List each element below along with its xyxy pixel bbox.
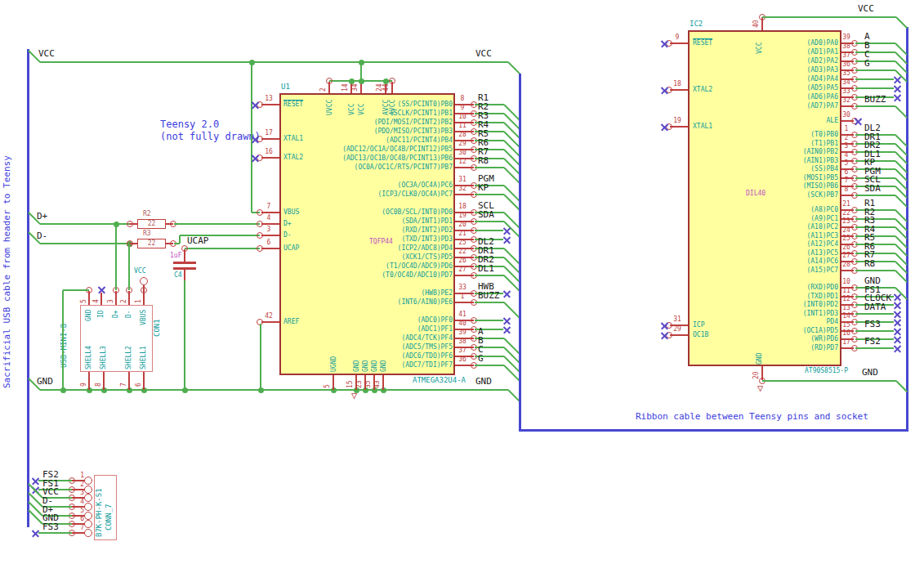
pin-number: 34 [352, 83, 359, 92]
pin-name: (MOSI)PB5 [688, 175, 838, 181]
net-label: DL1 [478, 264, 494, 273]
pin-number: 20 [753, 371, 760, 379]
pin-stub [670, 126, 688, 128]
teensy-note-line2: (not fully drawn) [160, 132, 261, 141]
wire-h [185, 248, 260, 249]
no-connect-icon [661, 87, 668, 94]
net-label: SDA [478, 210, 494, 219]
pin-name: (ADC5/TMS)PF5 [283, 344, 453, 351]
connector-pin-circle [84, 512, 92, 520]
wire-h [855, 253, 895, 254]
wire-v [179, 235, 181, 244]
pin-stub [129, 243, 137, 244]
net-label: FS2 [864, 337, 881, 346]
no-connect-icon [894, 76, 901, 83]
pin-name: (INT1)PD3 [688, 311, 838, 317]
pin-name: D+ [113, 310, 119, 318]
net-label: BUZZ [478, 291, 500, 300]
wire-h [855, 244, 895, 245]
net-label-gnd: GND [37, 377, 53, 386]
pin-number: 28 [838, 262, 855, 268]
pin-number: 3 [838, 143, 855, 150]
wire-h [475, 194, 504, 195]
pin-number: 9 [81, 383, 87, 387]
ribbon-note: Ribbon cable between Teensy pins and soc… [636, 412, 868, 421]
pin-name: (ICP3/CLK0/OC4A)PC7 [283, 191, 453, 198]
pin-number: 3 [74, 490, 84, 496]
pin-name: (AD6)PA6 [688, 94, 838, 101]
no-connect-icon [252, 154, 259, 162]
pin-stub [128, 372, 130, 390]
no-connect-icon [894, 311, 901, 318]
pin-stub [129, 223, 137, 225]
pin-number: 6 [136, 383, 142, 387]
pin-name: (T1)PB1 [688, 141, 838, 147]
wire-h [63, 289, 89, 291]
junction-dot [383, 78, 389, 84]
pin-number: 6 [74, 516, 84, 522]
no-connect-icon [855, 118, 862, 125]
pin-number: 39 [838, 34, 855, 41]
pin-ring [389, 78, 395, 84]
net-label: R8 [478, 156, 489, 165]
pin-name: (TXD/INT3)PD3 [283, 236, 453, 243]
wire-diagonal [503, 131, 520, 148]
pin-name: (TXD)PD1 [688, 293, 838, 300]
pin-name: (RXD/INT2)PD2 [283, 227, 453, 234]
net-label: KP [478, 183, 489, 192]
pin-number: 6 [838, 169, 855, 176]
pin-name: (INT6/AIN0)PE6 [283, 299, 453, 306]
wire-diagonal [503, 122, 520, 139]
connector-pin-circle [84, 477, 92, 485]
pin-number: 23 [838, 218, 855, 225]
junction-dot [359, 78, 364, 84]
wire-h [855, 51, 895, 53]
pin-number: 22 [838, 210, 855, 217]
pin-number: 5 [324, 384, 331, 388]
pin-name: (ADC6/TDO)PF6 [283, 353, 453, 360]
pin-number: 7 [259, 204, 279, 210]
pin-name: (ADC0)PF0 [283, 317, 453, 324]
usb-cable-note: Sacrificial USB cable from header to Tee… [2, 155, 11, 388]
net-label-ucap: UCAP [187, 236, 209, 245]
pin-number: 37 [838, 52, 855, 59]
pin-name: (SS/PCINT0)PB0 [283, 101, 453, 108]
net-label-vcc: VCC [475, 49, 492, 58]
wire-h [855, 43, 895, 44]
pin-name: (ADC11/PCINT4)PB4 [283, 137, 453, 144]
pin-number: 7 [121, 383, 127, 387]
pin-number: 1 [74, 472, 84, 479]
pin-number: 9 [453, 105, 472, 111]
pin-name: GND [86, 310, 92, 321]
pin-number: 6 [259, 239, 279, 246]
pin-stub [88, 372, 90, 390]
pin-number: 19 [453, 213, 472, 219]
wire-h [855, 330, 894, 332]
conn7-value: B7K-PH-K-S1 [96, 488, 103, 537]
capacitor-value: 1uF [170, 253, 181, 259]
pin-number: 4 [93, 299, 100, 303]
wire-h [855, 69, 895, 71]
pin-number: 13 [259, 96, 279, 102]
pin-stub [103, 372, 105, 390]
pin-stub [261, 235, 279, 236]
pin-number: 4 [838, 152, 855, 159]
pin-number: 10 [453, 114, 472, 120]
pin-name: (ADC4/TCK)PF4 [283, 335, 453, 342]
pin-name: (AD7)PA7 [688, 103, 838, 110]
pin-name: (A8)PC0 [688, 207, 838, 213]
pin-number: 30 [838, 112, 855, 119]
pin-name: (AD4)PA4 [688, 76, 838, 83]
pin-name: (AD2)PA2 [688, 58, 838, 65]
pin-number: 14 [342, 83, 349, 92]
wire-h [855, 226, 895, 228]
pin-name: (A13)PC5 [688, 250, 838, 257]
u1-value: ATMEGA32U4-A [413, 377, 466, 384]
no-connect-icon [661, 322, 668, 329]
gnd-power-symbol: ▽ [757, 383, 763, 393]
pin-number: 7 [74, 525, 84, 531]
conn7-ref: CONN_7 [105, 504, 113, 530]
pin-name: (T1/OC4D/ADC9)PD6 [283, 263, 453, 270]
wire-h [855, 347, 894, 349]
pin-number: 31 [668, 316, 686, 323]
